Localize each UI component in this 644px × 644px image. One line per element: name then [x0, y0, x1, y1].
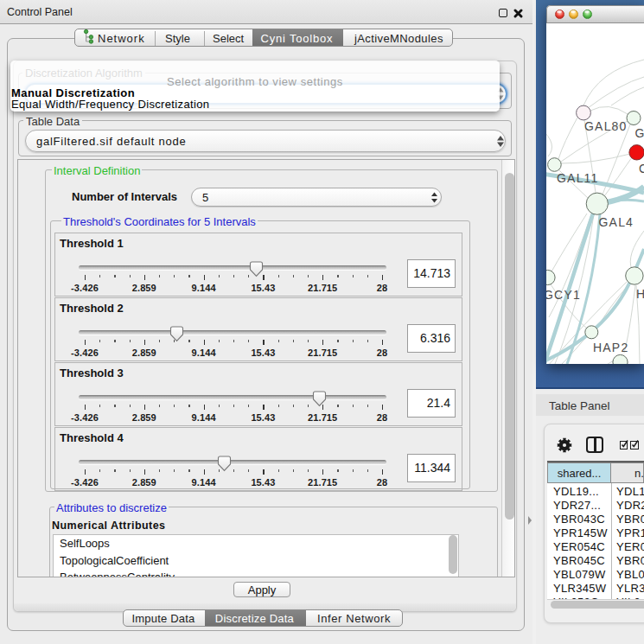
svg-text:GAL4: GAL4	[599, 215, 634, 229]
svg-text:GAL80: GAL80	[584, 119, 628, 133]
svg-text:G.: G.	[635, 126, 644, 140]
svg-text:HAP2: HAP2	[593, 341, 628, 354]
svg-text:C: C	[639, 162, 644, 175]
svg-text:GAL11: GAL11	[557, 171, 599, 185]
svg-text:H: H	[636, 287, 644, 301]
svg-text:GCY1: GCY1	[546, 288, 581, 302]
